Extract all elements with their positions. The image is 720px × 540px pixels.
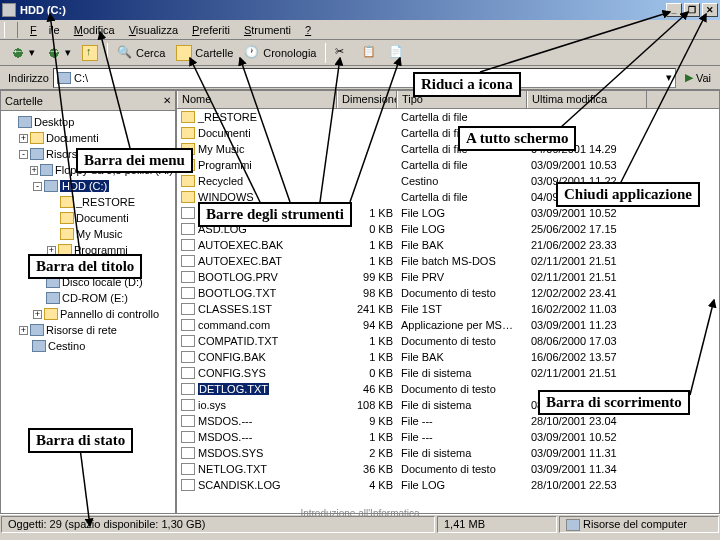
file-row[interactable]: CLASSES.1ST241 KBFile 1ST16/02/2002 11.0… [177, 301, 719, 317]
file-row[interactable]: ProgrammiCartella di file03/09/2001 10.5… [177, 157, 719, 173]
separator [107, 43, 108, 63]
copy-icon [362, 45, 378, 61]
tree-node[interactable]: CD-ROM (E:) [3, 290, 173, 306]
cell-type: File BAK [397, 239, 527, 251]
file-row[interactable]: COMPATID.TXT1 KBDocumento di testo08/06/… [177, 333, 719, 349]
cut-button[interactable] [330, 42, 356, 64]
file-row[interactable]: BOOTLOG.TXT98 KBDocumento di testo12/02/… [177, 285, 719, 301]
tree-node[interactable]: My Music [3, 226, 173, 242]
file-row[interactable]: MSDOS.---9 KBFile ---28/10/2001 23.04 [177, 413, 719, 429]
maximize-button[interactable]: ❐ [684, 3, 700, 17]
folder-icon [44, 308, 58, 320]
tree-node[interactable]: +Documenti [3, 130, 173, 146]
cell-type: Documento di testo [397, 287, 527, 299]
expand-icon[interactable]: + [19, 134, 28, 143]
back-button[interactable]: ▾ [5, 42, 40, 64]
tree-node[interactable]: _RESTORE [3, 194, 173, 210]
file-icon [181, 207, 195, 219]
app-icon [2, 3, 16, 17]
file-row[interactable]: My MusicCartella di file04/09/2001 14.29 [177, 141, 719, 157]
col-modified[interactable]: Ultima modifica [527, 91, 647, 108]
expand-icon[interactable]: + [19, 326, 28, 335]
file-name: CONFIG.BAK [198, 351, 266, 363]
menu-view[interactable]: Visualizza [123, 22, 184, 38]
cell-type: Documento di testo [397, 383, 527, 395]
folder-icon [46, 292, 60, 304]
file-icon [181, 287, 195, 299]
folder-icon [40, 164, 53, 176]
cell-mod: 03/09/2001 10.53 [527, 159, 647, 171]
file-row[interactable]: _RESTORECartella di file [177, 109, 719, 125]
file-row[interactable]: AUTOEXEC.BAT1 KBFile batch MS-DOS02/11/2… [177, 253, 719, 269]
cell-size: 36 KB [337, 463, 397, 475]
file-row[interactable]: BOOTLOG.PRV99 KBFile PRV02/11/2001 21.51 [177, 269, 719, 285]
address-field[interactable]: C:\ ▾ [53, 68, 676, 88]
go-button[interactable]: ▶Vai [680, 67, 716, 89]
dropdown-icon[interactable]: ▾ [666, 71, 672, 84]
cell-type: Applicazione per MS… [397, 319, 527, 331]
menu-edit[interactable]: Modifica [68, 22, 121, 38]
file-row[interactable]: CONFIG.SYS0 KBFile di sistema02/11/2001 … [177, 365, 719, 381]
file-name: BOOTLOG.TXT [198, 287, 276, 299]
cell-mod: 12/02/2002 23.41 [527, 287, 647, 299]
file-row[interactable]: AUTOEXEC.BAK1 KBFile BAK21/06/2002 23.33 [177, 237, 719, 253]
folder-icon [181, 127, 195, 139]
folder-icon [32, 340, 46, 352]
tree-node[interactable]: +Risorse di rete [3, 322, 173, 338]
cell-mod: 28/10/2001 22.53 [527, 479, 647, 491]
menu-help[interactable]: ? [299, 22, 317, 38]
tree-node[interactable]: -HDD (C:) [3, 178, 173, 194]
file-name: AUTOEXEC.BAK [198, 239, 283, 251]
file-name: MSDOS.--- [198, 431, 252, 443]
drive-icon [57, 72, 71, 84]
up-button[interactable] [77, 42, 103, 64]
file-row[interactable]: CONFIG.BAK1 KBFile BAK16/06/2002 13.57 [177, 349, 719, 365]
file-row[interactable]: MSDOS.---1 KBFile ---03/09/2001 10.52 [177, 429, 719, 445]
file-name: NETLOG.TXT [198, 463, 267, 475]
file-row[interactable]: MSDOS.SYS2 KBFile di sistema03/09/2001 1… [177, 445, 719, 461]
tree-node[interactable]: Desktop [3, 114, 173, 130]
file-name: _RESTORE [198, 111, 257, 123]
cell-type: File --- [397, 431, 527, 443]
close-button[interactable]: ✕ [702, 3, 718, 17]
minimize-button[interactable]: _ [666, 3, 682, 17]
tree-node[interactable]: Documenti [3, 210, 173, 226]
folders-button[interactable]: Cartelle [171, 42, 238, 64]
history-button[interactable]: Cronologia [239, 42, 321, 64]
menu-fav[interactable]: Preferiti [186, 22, 236, 38]
title-bar: HDD (C:) _ ❐ ✕ [0, 0, 720, 20]
tree-close-icon[interactable]: ✕ [163, 95, 171, 106]
menu-bar: File Modifica Visualizza Preferiti Strum… [0, 20, 720, 40]
file-icon [181, 447, 195, 459]
menu-tools[interactable]: Strumenti [238, 22, 297, 38]
expand-icon[interactable]: - [19, 150, 28, 159]
file-row[interactable]: NETLOG.TXT36 KBDocumento di testo03/09/2… [177, 461, 719, 477]
window-buttons: _ ❐ ✕ [666, 3, 718, 17]
up-icon [82, 45, 98, 61]
tree-label: My Music [76, 228, 122, 240]
search-button[interactable]: Cerca [112, 42, 170, 64]
tree-node[interactable]: +Pannello di controllo [3, 306, 173, 322]
cell-size: 99 KB [337, 271, 397, 283]
file-rows[interactable]: _RESTORECartella di fileDocumentiCartell… [177, 109, 719, 513]
copy-button[interactable] [357, 42, 383, 64]
expand-icon[interactable]: - [33, 182, 42, 191]
file-name: COMPATID.TXT [198, 335, 278, 347]
file-row[interactable]: DocumentiCartella di file [177, 125, 719, 141]
file-row[interactable]: SCANDISK.LOG4 KBFile LOG28/10/2001 22.53 [177, 477, 719, 493]
menu-file[interactable]: File [24, 22, 66, 38]
col-name[interactable]: Nome [177, 91, 337, 108]
paste-button[interactable] [384, 42, 410, 64]
tree-label: Documenti [76, 212, 129, 224]
file-name: MSDOS.--- [198, 415, 252, 427]
expand-icon[interactable]: + [30, 166, 38, 175]
file-name: Programmi [198, 159, 252, 171]
file-row[interactable]: command.com94 KBApplicazione per MS…03/0… [177, 317, 719, 333]
cell-size: 1 KB [337, 351, 397, 363]
cell-size: 46 KB [337, 383, 397, 395]
tree-node[interactable]: Cestino [3, 338, 173, 354]
expand-icon[interactable]: + [33, 310, 42, 319]
forward-button[interactable]: ▾ [41, 42, 76, 64]
annot-close: Chiudi applicazione [556, 182, 700, 207]
col-size[interactable]: Dimensione [337, 91, 397, 108]
